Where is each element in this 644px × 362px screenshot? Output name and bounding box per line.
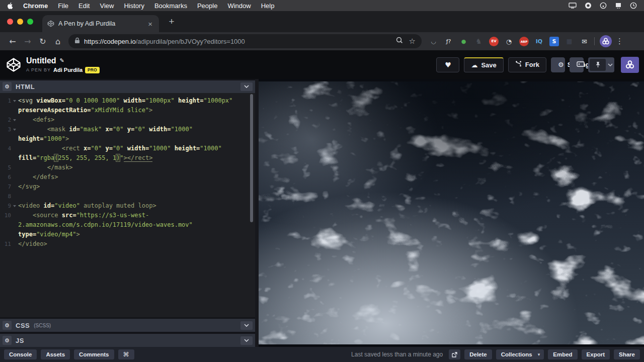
js-panel-header[interactable]: ⚙ JS xyxy=(0,334,255,347)
zoom-window-button[interactable] xyxy=(27,19,33,25)
gear-icon: ⚙ xyxy=(558,61,564,68)
address-bar[interactable]: https://codepen.io/adipurdila/pen/bJVOyy… xyxy=(68,34,422,48)
css-preprocessor-label: (SCSS) xyxy=(34,323,51,328)
home-button[interactable]: ⌂ xyxy=(50,34,65,49)
cloud-icon: ☁ xyxy=(471,61,477,69)
html-collapse-button[interactable] xyxy=(240,82,253,91)
back-button[interactable]: ← xyxy=(5,34,20,49)
menu-item-edit[interactable]: Edit xyxy=(73,2,95,10)
expressvpn-icon[interactable]: EV xyxy=(489,37,499,46)
code-row: fill="rgba(255, 255, 255, 1)"></rect> xyxy=(0,153,255,163)
view-icon xyxy=(577,61,585,68)
green-ext-icon[interactable]: ● xyxy=(459,37,468,46)
chevron-down-icon xyxy=(608,63,613,66)
console-button[interactable]: Console xyxy=(4,349,37,359)
keyboard-shortcuts-button[interactable]: ⌘ xyxy=(118,349,134,359)
pocket-icon[interactable]: ◡ xyxy=(429,37,438,46)
clock-icon[interactable] xyxy=(630,2,637,9)
fontface-icon[interactable]: ƒ? xyxy=(444,37,453,46)
menu-item-chrome[interactable]: Chrome xyxy=(18,2,53,10)
preview-pane xyxy=(255,79,644,347)
css-panel-header[interactable]: ⚙ CSS (SCSS) xyxy=(0,319,255,332)
toolbar-separator xyxy=(594,37,595,45)
stylish-icon[interactable]: S xyxy=(549,37,559,46)
change-view-button[interactable]: Change View xyxy=(570,57,584,72)
edit-title-icon[interactable]: ✎ xyxy=(60,57,64,64)
pro-badge: PRO xyxy=(85,67,99,73)
screencast-icon[interactable] xyxy=(600,2,607,9)
codepen-logo-icon[interactable] xyxy=(6,57,21,72)
html-code-editor[interactable]: 1<svg viewBox="0 0 1000 1000" width="100… xyxy=(0,93,255,317)
apple-icon[interactable] xyxy=(7,2,18,10)
assets-button[interactable]: Assets xyxy=(41,349,70,359)
comments-button[interactable]: Comments xyxy=(74,349,114,359)
record-icon[interactable] xyxy=(585,2,592,9)
code-row: 11</video> xyxy=(0,239,255,249)
love-button[interactable]: ♥ xyxy=(436,57,459,72)
last-saved-status: Last saved less than a minute ago xyxy=(351,351,443,358)
menu-items: ChromeFileEditViewHistoryBookmarksPeople… xyxy=(18,2,279,10)
timer-icon[interactable]: ◔ xyxy=(504,37,514,46)
js-collapse-button[interactable] xyxy=(240,336,253,345)
fork-button[interactable]: Fork xyxy=(508,57,546,72)
bird-icon[interactable]: ♞ xyxy=(474,37,484,46)
pin-button[interactable] xyxy=(588,57,614,72)
collections-button[interactable]: Collections ▾ xyxy=(496,349,544,359)
reload-button[interactable]: ↻ xyxy=(35,34,50,49)
screen-mirror-icon[interactable] xyxy=(569,3,577,9)
new-tab-button[interactable]: + xyxy=(164,14,179,29)
save-button[interactable]: ☁ Save xyxy=(464,57,503,72)
codepen-favicon-icon xyxy=(47,20,54,27)
menu-item-window[interactable]: Window xyxy=(222,2,256,10)
minimize-window-button[interactable] xyxy=(17,19,23,25)
menu-item-history[interactable]: History xyxy=(119,2,149,10)
editor-scrollbar[interactable] xyxy=(250,94,253,222)
pen-footer: Console Assets Comments ⌘ Last saved les… xyxy=(0,347,644,362)
menu-item-people[interactable]: People xyxy=(192,2,222,10)
menu-item-help[interactable]: Help xyxy=(256,2,280,10)
tab-title: A Pen by Adi Purdila xyxy=(58,20,146,27)
codepen-profile-button[interactable] xyxy=(621,57,639,73)
chrome-menu-icon[interactable]: ⋮ xyxy=(612,37,627,46)
html-gear-icon[interactable]: ⚙ xyxy=(3,82,12,91)
mail-icon[interactable]: ✉ xyxy=(580,37,589,46)
browser-tab[interactable]: A Pen by Adi Purdila × xyxy=(42,15,159,32)
open-link-button[interactable] xyxy=(449,349,460,359)
tab-close-icon[interactable]: × xyxy=(146,20,154,28)
pen-title: Untitled xyxy=(26,56,56,65)
adblock-plus-icon[interactable]: ABP xyxy=(519,37,529,46)
ocean-waves-video[interactable] xyxy=(259,81,644,344)
menu-item-view[interactable]: View xyxy=(95,2,119,10)
browser-toolbar: ← → ↻ ⌂ https://codepen.io/adipurdila/pe… xyxy=(0,32,644,50)
pen-author[interactable]: Adi Purdila xyxy=(53,67,83,73)
chevron-down-icon xyxy=(244,85,249,88)
code-row: 2 <defs> xyxy=(0,115,255,125)
pen-header: Untitled ✎ A PEN BY Adi Purdila PRO ♥ ☁ … xyxy=(0,50,644,79)
export-button[interactable]: Export xyxy=(582,349,610,359)
js-gear-icon[interactable]: ⚙ xyxy=(3,336,12,345)
profile-avatar[interactable] xyxy=(600,35,612,47)
dropbox-icon[interactable] xyxy=(615,3,622,9)
zoom-page-icon[interactable] xyxy=(396,37,403,46)
lock-icon xyxy=(74,37,80,46)
code-row: preserveAspectRatio="xMidYMid slice"> xyxy=(0,106,255,115)
delete-button[interactable]: Delete xyxy=(464,349,492,359)
close-window-button[interactable] xyxy=(7,19,13,25)
code-row: 10 <source src="https://s3-us-west- xyxy=(0,211,255,220)
settings-button[interactable]: ⚙ Settings xyxy=(551,57,565,72)
js-panel-title: JS xyxy=(16,337,24,344)
css-collapse-button[interactable] xyxy=(240,321,253,330)
css-gear-icon[interactable]: ⚙ xyxy=(3,321,12,330)
iq-icon[interactable]: IQ xyxy=(534,37,544,46)
caret-down-icon: ▾ xyxy=(538,352,540,357)
menu-item-bookmarks[interactable]: Bookmarks xyxy=(149,2,192,10)
forward-button[interactable]: → xyxy=(20,34,35,49)
share-button[interactable]: Share xyxy=(614,349,640,359)
menu-item-file[interactable]: File xyxy=(53,2,73,10)
dim-ext-icon[interactable]: ▦ xyxy=(565,37,574,46)
html-panel-header[interactable]: ⚙ HTML xyxy=(0,80,255,93)
code-row: 7</svg> xyxy=(0,182,255,192)
code-row: 4 <rect x="0" y="0" width="1000" height=… xyxy=(0,144,255,153)
bookmark-star-icon[interactable]: ☆ xyxy=(409,37,416,46)
embed-button[interactable]: Embed xyxy=(548,349,577,359)
